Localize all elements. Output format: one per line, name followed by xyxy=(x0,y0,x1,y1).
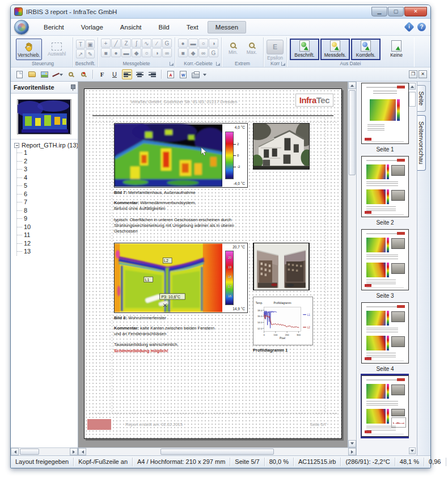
align-left-button[interactable] xyxy=(122,69,132,79)
measure-point-icon[interactable]: + xyxy=(101,39,111,48)
corr-grid-icon[interactable]: G xyxy=(209,48,218,57)
arrow-annotation-icon[interactable]: ↗ xyxy=(76,49,85,58)
favorite-thermal-thumbnail[interactable] xyxy=(17,99,71,134)
underline-button[interactable]: U xyxy=(109,69,120,79)
print-button[interactable] xyxy=(191,69,201,79)
tree-item[interactable]: 6 xyxy=(17,190,77,198)
footer-placeholder-box[interactable] xyxy=(87,419,111,430)
tree-item[interactable]: 2 xyxy=(17,157,77,166)
korr-gebiete-dialog-launcher-icon[interactable] xyxy=(216,62,220,66)
photo-house[interactable] xyxy=(253,123,310,170)
measure-polyline-icon[interactable]: Z xyxy=(121,39,131,48)
messgebiete-dialog-launcher-icon[interactable] xyxy=(170,62,174,66)
pin-icon[interactable] xyxy=(70,84,75,91)
report-page[interactable]: InfraTec GmbH, Gostritzer Str. 61-63, 01… xyxy=(84,88,342,439)
tree-item[interactable]: 12 xyxy=(17,239,77,248)
max-button[interactable]: Max. xyxy=(243,39,260,59)
page-thumbnail[interactable]: Seite 1 xyxy=(361,83,409,154)
korr-dialog-launcher-icon[interactable] xyxy=(281,62,285,66)
side-tab[interactable]: Seite xyxy=(417,85,426,112)
tree-expander-icon[interactable] xyxy=(14,143,19,148)
tree-item[interactable]: 1 xyxy=(17,149,77,157)
thumbs-scroll-thumb[interactable] xyxy=(409,92,416,107)
menu-item[interactable]: Text xyxy=(179,21,206,33)
measure-curve-icon[interactable]: ʃ xyxy=(132,39,141,48)
scroll-left-icon[interactable] xyxy=(11,448,19,455)
side-tab[interactable]: Seitenvorschau xyxy=(417,115,426,171)
scroll-right-icon[interactable] xyxy=(348,448,356,455)
aus-datei-button[interactable]: Messdefs. xyxy=(320,39,350,60)
tree-item[interactable]: 10 xyxy=(17,223,77,231)
tree-item[interactable]: 7 xyxy=(17,198,77,206)
tree-item[interactable]: 11 xyxy=(17,231,77,239)
menu-item[interactable]: Ansicht xyxy=(112,21,150,33)
tree-root[interactable]: Report_GTH.irp (13) xyxy=(14,142,77,149)
app-logo-button[interactable] xyxy=(14,20,29,35)
page-thumbnail[interactable]: Seite 2 xyxy=(361,156,409,227)
measure-circle-icon[interactable]: ● xyxy=(111,48,121,57)
epsilon-button[interactable]: E xyxy=(267,40,284,54)
text-annotation-icon[interactable]: T xyxy=(76,40,85,49)
zoom-out-button[interactable] xyxy=(66,69,76,79)
auswahl-button[interactable]: Auswahl xyxy=(44,39,70,60)
corr-segment-icon[interactable]: ◑ xyxy=(209,39,218,48)
corr-circle-icon[interactable]: ● xyxy=(178,39,188,48)
help-icon[interactable]: ? xyxy=(417,23,426,31)
scroll-thumb[interactable] xyxy=(160,449,274,455)
tree-item[interactable]: 5 xyxy=(17,181,77,190)
tree-item[interactable]: 4 xyxy=(17,174,77,182)
tree-item[interactable]: 9 xyxy=(17,214,77,223)
export-word-button[interactable]: W xyxy=(178,69,188,79)
export-pdf-button[interactable]: A xyxy=(166,69,176,79)
scroll-right-icon[interactable] xyxy=(70,448,78,455)
thumbs-scroll-up-icon[interactable] xyxy=(409,83,416,90)
measure-grid-icon[interactable]: G xyxy=(162,39,172,48)
page-thumbnail[interactable]: Seite 4 xyxy=(361,302,409,373)
thermal-image-bild7[interactable]: 4,0 °C 2 0 -2 -4,0 °C xyxy=(114,123,248,188)
measure-spline-icon[interactable]: ∿ xyxy=(142,39,151,48)
measure-ring-icon[interactable]: ○ xyxy=(142,48,151,57)
aus-datei-button[interactable]: Keine xyxy=(382,39,411,60)
page-thumbnail[interactable]: Seite 3 xyxy=(361,229,409,300)
measure-ellipse-icon[interactable]: ▬ xyxy=(121,48,131,57)
menu-item[interactable]: Messen xyxy=(208,21,246,33)
corr-polygon-icon[interactable]: ◆ xyxy=(188,48,198,57)
menu-item[interactable]: Bericht xyxy=(36,21,72,33)
doc-restore-button[interactable]: ❐ xyxy=(409,70,417,78)
scroll-down-icon[interactable] xyxy=(348,440,356,447)
align-center-button[interactable] xyxy=(134,69,145,79)
corr-ellipse-icon[interactable]: ▬ xyxy=(188,39,198,48)
canvas-vscrollbar[interactable] xyxy=(348,82,356,447)
photo-window-view[interactable] xyxy=(253,243,310,290)
verschieben-button[interactable]: Verschieb. xyxy=(16,39,42,60)
measure-polygon-icon[interactable]: ◆ xyxy=(132,48,141,57)
line-tool-button[interactable] xyxy=(52,69,64,79)
close-button[interactable]: ✕ xyxy=(404,7,427,16)
thumbs-scroll-down-icon[interactable] xyxy=(409,447,416,454)
corr-freeform-icon[interactable]: ∞ xyxy=(198,48,208,57)
info-icon[interactable]: i xyxy=(404,22,414,32)
thermal-image-bild8[interactable]: L2 L1 P3: 10,6°C xyxy=(114,243,248,313)
scroll-thumb[interactable] xyxy=(20,449,39,455)
image-annotation-icon[interactable]: ▣ xyxy=(86,40,95,49)
document-canvas[interactable]: InfraTec GmbH, Gostritzer Str. 61-63, 01… xyxy=(78,82,348,447)
tree-item[interactable]: 13 xyxy=(17,247,77,256)
toolbar-overflow-icon[interactable] xyxy=(203,74,206,78)
tree-item[interactable]: 3 xyxy=(17,165,77,174)
corr-rectangle-icon[interactable]: ■ xyxy=(178,48,188,57)
minimize-button[interactable]: ▁ xyxy=(371,7,387,16)
corr-ring-icon[interactable]: ○ xyxy=(198,39,208,48)
page-thumbnail[interactable] xyxy=(361,375,409,440)
bold-button[interactable]: F xyxy=(97,69,107,79)
measure-freeform-icon[interactable]: ∞ xyxy=(162,48,172,57)
title-bar[interactable]: IRBIS 3 report - InfraTec GmbH ▁ ▢ ✕ xyxy=(11,5,430,19)
profile-chart[interactable]: 12.014.016.018.00100200300L1L2Profildiag… xyxy=(253,297,313,345)
aus-datei-button[interactable]: Korrdefs. xyxy=(351,39,381,60)
tree-item[interactable]: 8 xyxy=(17,206,77,215)
menu-item[interactable]: Bild xyxy=(151,21,177,33)
min-button[interactable]: Min. xyxy=(225,39,242,59)
pen-annotation-icon[interactable]: ✎ xyxy=(86,49,95,58)
doc-close-button[interactable]: ✕ xyxy=(419,70,427,78)
zoom-in-button[interactable] xyxy=(78,69,88,79)
maximize-button[interactable]: ▢ xyxy=(388,7,404,16)
